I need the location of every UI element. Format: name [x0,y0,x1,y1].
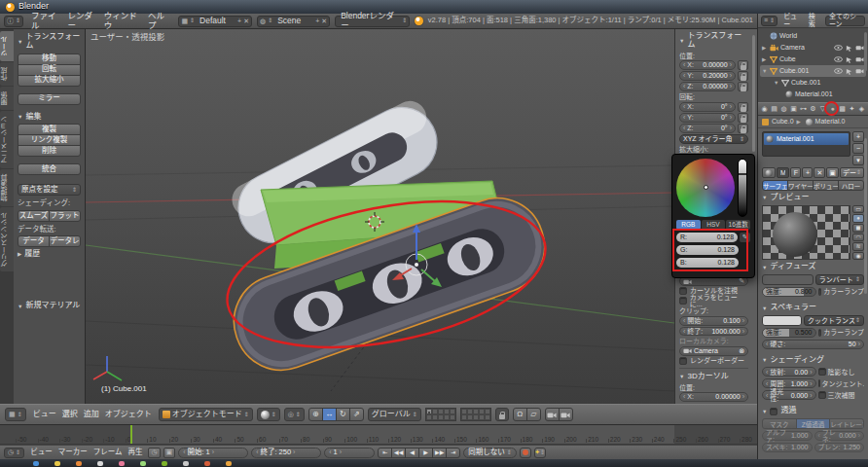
shading-dropdown[interactable]: ⇕ [257,408,280,421]
restrict-toggles[interactable] [834,68,864,75]
manipulator-translate-button[interactable]: ↔ [322,408,337,421]
editor-type-button[interactable]: ◷ ⇕ [4,448,24,458]
layers-grid-2[interactable] [460,408,491,421]
outliner-item-cube[interactable]: ▶ Cube [760,54,866,65]
npanel-transform-header[interactable]: ▼ トランスフォーム [679,31,748,51]
shelf-tab-animation[interactable]: アニメーション [0,111,14,168]
tab-material-icon[interactable]: ● [828,103,837,115]
tab-modifiers-icon[interactable]: ⚙ [809,103,817,115]
playback-button[interactable]: ◀◀ [391,448,406,458]
translucency-field[interactable]: 透光性:0.000 [762,390,816,400]
diffuse-intensity-slider[interactable]: 強度:0.800 [762,287,816,297]
mirror-button[interactable]: ミラー [18,93,81,105]
location-x-field[interactable]: X:0.00000 [679,60,736,70]
taskbar-app-icon[interactable] [204,461,210,466]
edit-panel-header[interactable]: ▼ 編集 [18,112,81,123]
layers-grid-1[interactable] [425,408,456,421]
location-z-field[interactable]: Z:0.00000 [679,82,736,91]
transparency-checkbox-icon[interactable] [770,408,778,415]
location-y-field[interactable]: Y:0.20000 [679,71,736,81]
preview-cube-button[interactable]: ◼ [852,224,864,233]
timeline-menu-item[interactable]: ビュー [27,449,55,456]
windows-taskbar[interactable] [0,459,868,467]
playback-button[interactable]: ⇥ [446,448,460,458]
add-material-button[interactable]: + [802,167,813,178]
clip-end-field[interactable]: 終了:1000.000 [679,327,748,337]
auto-keyframe-button[interactable]: ✦⇕ [534,448,546,458]
transform-panel-header[interactable]: ▼ トランスフォーム [18,32,81,52]
render-border-checkbox[interactable]: レンダーボーダー [679,357,748,365]
lock-icon[interactable] [738,60,748,70]
remove-slot-button[interactable]: − [852,143,864,154]
outliner-item-material001[interactable]: Material.001 [760,89,866,100]
delete-button[interactable]: 削除 [18,145,81,157]
menu-item[interactable]: ウィンドウ [101,12,145,30]
outliner-item-cube001-data[interactable]: ▼ Cube.001 [760,77,866,89]
material-slot-active[interactable]: Material.001 [764,133,849,145]
diffuse-panel-header[interactable]: ▼ ディフューズ [762,262,864,272]
timeline-ruler[interactable]: -50-40-30-20-100102030405060708090100110… [0,425,757,445]
frame-history-button[interactable]: ▣ [163,448,176,458]
editor-type-button[interactable]: ▦ ⇕ [5,408,26,421]
tab-render-icon[interactable]: ◉ [760,103,769,115]
tab-particles-icon[interactable]: ✦ [848,103,856,115]
tab-object-data-icon[interactable]: ▽ [818,103,827,115]
shelf-tab-tools[interactable]: ツール [0,31,14,61]
taskbar-app-icon[interactable] [183,461,189,466]
manipulator-rotate-button[interactable]: ↻ [336,408,350,421]
tab-constraints-icon[interactable]: ⊶ [799,103,808,115]
rotation-y-field[interactable]: Y:0° [679,113,736,123]
rotation-x-field[interactable]: X:0° [679,102,736,112]
lock-icon[interactable] [738,82,748,91]
unlink-material-button[interactable]: ✕ [814,167,825,178]
tab-physics-icon[interactable]: ◈ [857,103,866,115]
shading-panel-header[interactable]: ▼ シェーディング [762,355,864,366]
outliner-filter-dropdown[interactable]: 全てのシーン [825,16,865,26]
preview-sky-button[interactable]: ◉ [852,252,864,261]
fake-user-button[interactable]: F [790,167,801,178]
opengl-render-image-button[interactable] [545,408,560,421]
material-browse-button[interactable] [762,167,776,178]
breadcrumb-object[interactable]: Cube.0 [772,118,794,126]
viewport-menu-item[interactable]: 選択 [59,411,81,419]
viewport-menu-item[interactable]: ビュー [30,411,59,419]
outliner-item-cube001[interactable]: ▼ Cube.001 [760,65,866,77]
smooth-button[interactable]: スムーズ [18,210,50,222]
viewport-3d[interactable]: ユーザー・透視投影 (1) Cube.001 [86,29,674,404]
scene-selector[interactable]: ◍ ⇕ Scene + ✕ [257,16,330,27]
taskbar-app-icon[interactable] [162,461,167,466]
diffuse-ramp-checkbox[interactable]: カラーランプ [818,288,865,296]
tangent-checkbox[interactable]: タンジェント.. [818,379,865,387]
preview-hair-button[interactable]: ≋ [852,242,864,251]
tab-scene-icon[interactable]: ▤ [770,103,778,115]
taskbar-app-icon[interactable] [97,461,103,466]
eyedropper-icon[interactable]: ✎ [739,277,744,285]
material-name-input[interactable] [777,167,789,178]
red-field[interactable]: R:0.128 [676,233,738,242]
lock-camera-checkbox[interactable]: カメラをビューに... [679,296,748,305]
playback-button[interactable]: ◀ [405,448,419,458]
shadeless-checkbox[interactable]: 陰影なし [818,368,865,376]
record-button[interactable] [520,448,531,458]
render-engine-selector[interactable]: Blenderレンダー ⇕ [335,16,410,27]
emit-field[interactable]: 放射:0.00 [762,367,816,377]
outliner-editor-button[interactable]: ≡ ⇕ [761,16,778,26]
flat-button[interactable]: フラット [49,210,81,222]
close-scene-icon[interactable]: ✕ [321,18,327,25]
blue-field[interactable]: B:0.128 [676,258,739,268]
outliner-item-world[interactable]: World [760,30,866,42]
restrict-toggles[interactable] [834,56,864,63]
specular-color-swatch[interactable] [762,315,802,326]
rgb-tab[interactable]: RGB [676,220,701,230]
hardness-field[interactable]: 硬さ:50 [762,340,864,349]
opengl-render-anim-button[interactable] [559,408,573,421]
lock-icon[interactable] [738,113,748,123]
close-layout-icon[interactable]: ✕ [243,18,249,25]
transparency-panel-header[interactable]: ▼ 透過 [762,406,864,416]
value-slider[interactable] [738,159,747,217]
preview-sphere-button[interactable]: ● [852,214,864,223]
specular-alpha-field[interactable]: スペキ:1.000 [762,443,813,452]
eyedropper-icon[interactable]: ✎ [740,233,750,242]
taskbar-app-icon[interactable] [76,461,82,466]
orientation-dropdown[interactable]: グローバル ⇕ [368,408,421,421]
